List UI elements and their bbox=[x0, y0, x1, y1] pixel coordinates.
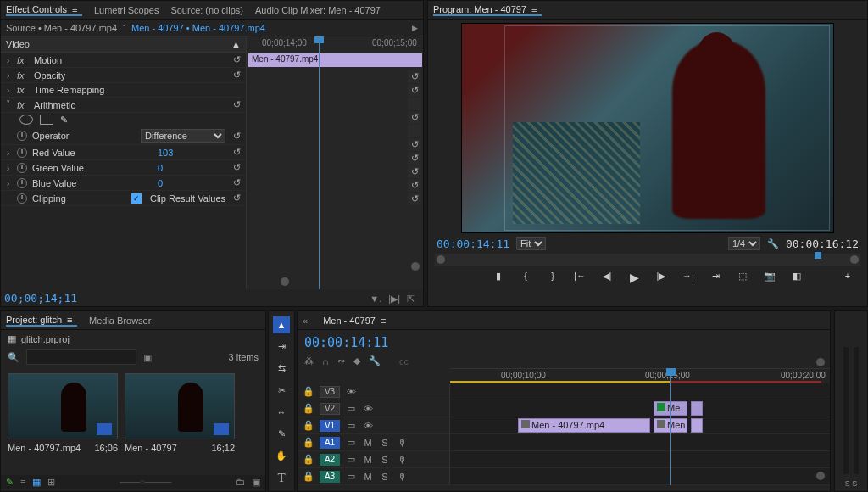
mark-in-icon[interactable]: ▮ bbox=[491, 271, 506, 284]
mute-button[interactable]: M bbox=[362, 455, 374, 465]
track-v3[interactable] bbox=[450, 383, 830, 400]
timeline-playhead[interactable] bbox=[670, 368, 671, 485]
lock-icon[interactable]: 🔒 bbox=[303, 471, 314, 482]
project-item[interactable]: Men - 4079716;12 bbox=[125, 373, 235, 453]
fx-time-ruler[interactable]: 00;00;14;00 00;00;15;00 bbox=[247, 36, 423, 53]
mic-icon[interactable]: 🎙 bbox=[396, 472, 408, 482]
track-v2-header[interactable]: 🔒V2▭👁 bbox=[298, 400, 449, 417]
clip[interactable] bbox=[691, 401, 703, 416]
collapse-icon[interactable]: ▲ bbox=[231, 39, 241, 49]
track-a3[interactable] bbox=[450, 468, 830, 485]
track-select-tool[interactable]: ⇥ bbox=[273, 338, 290, 355]
green-value[interactable]: 0 bbox=[158, 163, 225, 173]
program-viewport[interactable] bbox=[461, 23, 834, 233]
pen-icon[interactable]: ✎ bbox=[6, 477, 14, 488]
step-forward-icon[interactable]: |▶ bbox=[654, 271, 669, 284]
filter-icon[interactable]: ▼. bbox=[370, 294, 381, 305]
pen-tool[interactable]: ✎ bbox=[273, 426, 290, 443]
step-back-icon[interactable]: ◀| bbox=[599, 271, 615, 284]
mic-icon[interactable]: 🎙 bbox=[396, 438, 408, 448]
extract-icon[interactable]: ⬚ bbox=[735, 271, 750, 284]
blue-value[interactable]: 0 bbox=[158, 178, 225, 188]
mute-button[interactable]: M bbox=[362, 438, 374, 448]
reset-icon[interactable]: ↺ bbox=[231, 162, 242, 173]
reset-icon[interactable]: ↺ bbox=[408, 179, 421, 192]
sync-lock-icon[interactable]: ▭ bbox=[345, 437, 357, 448]
tab-audio-clip-mixer[interactable]: Audio Clip Mixer: Men - 40797 bbox=[255, 5, 381, 15]
menu-icon[interactable] bbox=[67, 315, 77, 325]
clip-main[interactable]: Men - 40797.mp4 bbox=[518, 418, 650, 433]
menu-icon[interactable] bbox=[381, 316, 391, 326]
video-effects-header[interactable]: Video▲ bbox=[1, 36, 246, 53]
ripple-edit-tool[interactable]: ⇆ bbox=[273, 361, 290, 377]
button-editor-icon[interactable]: + bbox=[840, 271, 855, 284]
tab-lumetri-scopes[interactable]: Lumetri Scopes bbox=[94, 5, 159, 15]
track-a3-header[interactable]: 🔒A3▭MS🎙 bbox=[298, 468, 449, 485]
program-current-time[interactable]: 00:00:14:11 bbox=[437, 238, 509, 250]
pen-mask-icon[interactable]: ✎ bbox=[60, 115, 68, 126]
track-a2-header[interactable]: 🔒A2▭MS🎙 bbox=[298, 451, 449, 468]
stopwatch-icon[interactable] bbox=[17, 148, 27, 158]
scroll-handle[interactable] bbox=[816, 472, 825, 480]
freeform-view-icon[interactable]: ⊞ bbox=[47, 477, 55, 488]
play-toggle-icon[interactable]: ▶ bbox=[412, 24, 418, 32]
stopwatch-icon[interactable] bbox=[17, 178, 27, 188]
selection-tool[interactable]: ▲ bbox=[273, 316, 290, 333]
fx-arithmetic-row[interactable]: ˅fxArithmetic↺ bbox=[1, 98, 246, 113]
program-scrubber[interactable] bbox=[435, 254, 860, 266]
eye-icon[interactable]: 👁 bbox=[345, 387, 357, 397]
tab-effect-controls[interactable]: Effect Controls bbox=[6, 4, 82, 16]
scroll-handle[interactable] bbox=[411, 262, 420, 271]
solo-button[interactable]: S bbox=[379, 472, 391, 482]
rect-mask-icon[interactable] bbox=[40, 115, 53, 125]
timeline-tracks-area[interactable]: Me Men - 40797.mp4 Men bbox=[450, 383, 830, 485]
bracket-in-icon[interactable]: { bbox=[518, 271, 533, 284]
sequence-tab[interactable]: Men - 40797 bbox=[323, 316, 391, 326]
slip-tool[interactable]: ↔ bbox=[273, 404, 290, 421]
export-frame-icon[interactable]: 📷 bbox=[762, 271, 777, 284]
track-tag[interactable]: V1 bbox=[320, 420, 340, 432]
scroll-handle[interactable] bbox=[281, 277, 289, 286]
project-item[interactable]: Men - 40797.mp416;06 bbox=[8, 373, 118, 453]
tab-program-monitor[interactable]: Program: Men - 40797 bbox=[433, 4, 542, 16]
fx-clip-bar[interactable]: Men - 40797.mp4 bbox=[248, 53, 422, 67]
operator-select[interactable]: Difference bbox=[141, 129, 225, 143]
clip-result-checkbox[interactable]: ✓ bbox=[131, 193, 142, 204]
track-tag[interactable]: A3 bbox=[320, 471, 340, 483]
solo-button[interactable]: S bbox=[379, 455, 391, 465]
track-a1-header[interactable]: 🔒A1▭MS🎙 bbox=[298, 434, 449, 451]
track-v1[interactable]: Men - 40797.mp4 Men bbox=[450, 417, 830, 434]
reset-icon[interactable]: ↺ bbox=[408, 111, 421, 124]
track-tag[interactable]: A1 bbox=[320, 437, 340, 449]
new-bin-icon[interactable]: 🗀 bbox=[236, 477, 245, 488]
settings-icon[interactable]: 🔧 bbox=[369, 355, 381, 366]
timeline-current-time[interactable]: 00:00:14:11 bbox=[304, 335, 823, 350]
search-icon[interactable]: 🔍 bbox=[8, 352, 19, 363]
mute-button[interactable]: M bbox=[362, 472, 374, 482]
zoom-slider[interactable]: ───○──── bbox=[62, 477, 229, 488]
reset-icon[interactable]: ↺ bbox=[408, 193, 421, 205]
track-tag[interactable]: V2 bbox=[320, 403, 340, 415]
fx-motion-row[interactable]: ›fxMotion↺ bbox=[1, 53, 246, 68]
lift-icon[interactable]: ⇥ bbox=[708, 271, 723, 284]
reset-icon[interactable]: ↺ bbox=[408, 138, 421, 151]
clip[interactable] bbox=[691, 418, 703, 433]
reset-icon[interactable]: ↺ bbox=[231, 147, 242, 158]
track-v3-header[interactable]: 🔒V3👁 bbox=[298, 383, 449, 400]
razor-tool[interactable]: ✂ bbox=[273, 382, 290, 399]
list-view-icon[interactable]: ≡ bbox=[20, 477, 25, 488]
go-to-in-icon[interactable]: |← bbox=[572, 271, 587, 284]
track-a2[interactable] bbox=[450, 451, 830, 468]
project-search-input[interactable] bbox=[26, 349, 136, 365]
effect-keyframe-timeline[interactable]: 00;00;14;00 00;00;15;00 Men - 40797.mp4 … bbox=[247, 36, 423, 289]
thumbnail[interactable] bbox=[8, 373, 118, 439]
stopwatch-icon[interactable] bbox=[17, 131, 27, 141]
thumbnail[interactable] bbox=[125, 373, 235, 439]
scroll-handle[interactable] bbox=[816, 358, 825, 366]
solo-button[interactable]: S bbox=[379, 438, 391, 448]
sync-lock-icon[interactable]: ▭ bbox=[345, 420, 357, 431]
eye-icon[interactable]: 👁 bbox=[362, 421, 374, 431]
project-file-row[interactable]: ▦ glitch.prproj bbox=[1, 330, 265, 348]
fx-playhead[interactable] bbox=[319, 36, 320, 289]
red-value[interactable]: 103 bbox=[158, 148, 225, 158]
